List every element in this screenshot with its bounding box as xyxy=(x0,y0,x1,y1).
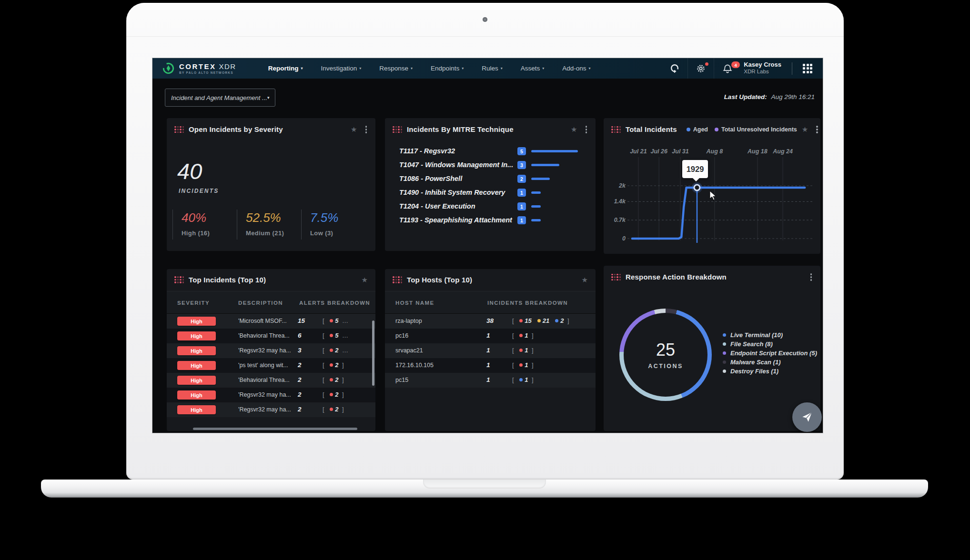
alert-count: 2 xyxy=(298,406,302,413)
mitre-row[interactable]: T1204 - User Execution1 xyxy=(385,200,596,214)
breakdown-brackets: [ 5 … xyxy=(323,332,348,339)
table-row[interactable]: srvapac211[ 1 ] xyxy=(385,343,596,358)
legend-item[interactable]: Endpoint Script Execution (5) xyxy=(723,349,817,358)
mitre-row[interactable]: T1047 - Windows Management In...3 xyxy=(385,159,596,172)
vertical-scrollbar[interactable] xyxy=(372,320,374,386)
severity-badge: High xyxy=(177,390,216,400)
alert-count: 3 xyxy=(298,347,302,354)
favorite-star-icon[interactable]: ★ xyxy=(571,126,577,133)
breakdown-dot xyxy=(330,349,333,352)
technique-label: T1047 - Windows Management In... xyxy=(399,161,513,169)
mitre-row[interactable]: T1086 - PowerShell2 xyxy=(385,172,596,186)
legend-item[interactable]: File Search (8) xyxy=(723,340,817,349)
breakdown-value: 21 xyxy=(543,317,549,324)
nav-item-label: Rules xyxy=(482,65,498,72)
hub-q-icon xyxy=(669,63,680,74)
nav-item-assets[interactable]: Assets▾ xyxy=(512,65,554,72)
dashboard-selector-dropdown[interactable]: Incident and Agent Management ... ▾ xyxy=(165,89,275,107)
breakdown-dot xyxy=(330,319,333,322)
top-hosts-table-body: rza-laptop38[ 15212 ]pc161[ 1 ]srvapac21… xyxy=(385,314,596,388)
settings-button[interactable] xyxy=(687,58,714,79)
widget-title: Top Hosts (Top 10) xyxy=(407,276,472,284)
table-row[interactable]: 172.16.10.1051[ 1 ] xyxy=(385,358,596,373)
brand-tagline: BY PALO ALTO NETWORKS xyxy=(179,71,236,74)
feedback-button[interactable] xyxy=(792,402,822,432)
nav-item-label: Add-ons xyxy=(562,65,586,72)
mitre-row[interactable]: T1193 - Spearphishing Attachment1 xyxy=(385,214,596,228)
host-name: srvapac21 xyxy=(395,347,423,354)
favorite-star-icon[interactable]: ★ xyxy=(362,276,368,283)
legend-dot xyxy=(723,360,726,364)
app-launcher-button[interactable] xyxy=(803,64,812,73)
kebab-menu-icon[interactable] xyxy=(809,272,813,282)
nav-item-reporting[interactable]: Reporting▾ xyxy=(259,65,312,72)
svg-text:Jul 26: Jul 26 xyxy=(650,148,667,155)
table-row[interactable]: High'Regsvr32 may ha...3[ 2 … xyxy=(167,343,375,358)
dashboard-selector-value: Incident and Agent Management ... xyxy=(171,94,267,101)
breakdown-dot xyxy=(519,378,523,381)
nav-item-rules[interactable]: Rules▾ xyxy=(473,65,512,72)
severity-badge: High xyxy=(177,331,216,340)
incidents-breakdown: [ 1 ] xyxy=(512,347,534,354)
response-actions-donut-chart[interactable]: 25 ACTIONS xyxy=(619,309,712,401)
svg-text:2k: 2k xyxy=(618,182,626,189)
nav-item-add-ons[interactable]: Add-ons▾ xyxy=(553,65,599,72)
cortex-xdr-logo[interactable]: CORTEX XDR BY PALO ALTO NETWORKS xyxy=(162,62,236,75)
table-row[interactable]: High'Regsvr32 may ha...2[ 2 ] xyxy=(167,402,375,417)
breakdown-value: 2 xyxy=(335,376,338,383)
mitre-row[interactable]: T1117 - Regsvr325 xyxy=(385,145,596,159)
breakdown-brackets: [ 1 ] xyxy=(512,376,534,383)
nav-item-endpoints[interactable]: Endpoints▾ xyxy=(422,65,473,72)
horizontal-scrollbar[interactable] xyxy=(193,428,357,430)
user-menu[interactable]: Kasey Cross XDR Labs xyxy=(744,61,781,75)
favorite-star-icon[interactable]: ★ xyxy=(351,126,357,133)
legend-dot xyxy=(723,351,726,355)
table-row[interactable]: High'Behavioral Threa...6[ 5 … xyxy=(167,329,375,343)
legend-item[interactable]: Destroy Files (1) xyxy=(723,367,817,376)
legend-item[interactable]: Live Terminal (10) xyxy=(723,330,817,340)
table-row[interactable]: pc161[ 1 ] xyxy=(385,329,596,343)
nav-item-investigation[interactable]: Investigation▾ xyxy=(312,65,370,72)
host-name: pc15 xyxy=(395,377,408,383)
table-row[interactable]: High'Regsvr32 may ha...2[ 2 ] xyxy=(167,388,375,402)
count-badge: 1 xyxy=(517,216,526,224)
alerts-breakdown: [ 2 … xyxy=(323,347,348,354)
nav-right-cluster: 4 Kasey Cross XDR Labs xyxy=(662,58,813,79)
svg-text:0.7k: 0.7k xyxy=(614,217,626,223)
donut-legend: Live Terminal (10)File Search (8)Endpoin… xyxy=(723,330,817,376)
svg-text:0: 0 xyxy=(622,235,626,242)
severity-stat: 7.5%Low (3) xyxy=(301,210,365,240)
kebab-menu-icon[interactable] xyxy=(585,125,588,134)
column-host-name: HOST NAME xyxy=(395,300,434,306)
laptop-bezel-seam xyxy=(126,36,844,37)
help-hub-button[interactable] xyxy=(662,58,687,79)
table-row[interactable]: High'Behavioral Threa...2[ 2 ] xyxy=(167,373,375,388)
webcam-dot xyxy=(483,17,487,22)
mitre-row[interactable]: T1490 - Inhibit System Recovery1 xyxy=(385,186,596,200)
severity-badge: High xyxy=(177,405,216,414)
kebab-menu-icon[interactable] xyxy=(364,125,368,134)
count-badge: 1 xyxy=(517,202,526,210)
incident-count: 1 xyxy=(486,361,490,369)
breakdown-dot xyxy=(555,319,558,322)
chevron-down-icon: ▾ xyxy=(301,66,303,70)
breakdown-brackets: [ 5 … xyxy=(323,317,348,324)
count-badge: 3 xyxy=(517,161,526,169)
widget-response-action-breakdown: Response Action Breakdown 25 ACTIONS Liv… xyxy=(604,266,820,431)
legend-item[interactable]: Malware Scan (1) xyxy=(723,358,817,367)
favorite-star-icon[interactable]: ★ xyxy=(582,276,588,283)
count-badge: 1 xyxy=(517,189,526,197)
table-row[interactable]: High'Microsoft MSOF...15[ 5 … xyxy=(167,314,375,329)
column-severity: SEVERITY xyxy=(177,300,210,306)
nav-item-response[interactable]: Response▾ xyxy=(370,65,422,72)
table-row[interactable]: High'ps test' along wit...2[ 2 ] xyxy=(167,358,375,373)
technique-label: T1193 - Spearphishing Attachment xyxy=(399,216,512,224)
count-badge: 2 xyxy=(517,175,526,183)
total-incidents-line-chart[interactable]: Jul 21Jul 26Jul 31Aug 8Aug 18Aug 242k1.4… xyxy=(604,118,820,254)
incident-description: 'Regsvr32 may ha... xyxy=(238,406,291,413)
incident-description: 'Regsvr32 may ha... xyxy=(238,347,291,354)
breakdown-brackets: [ 1 ] xyxy=(512,347,534,354)
table-row[interactable]: pc151[ 1 ] xyxy=(385,373,596,388)
notifications-button[interactable]: 4 xyxy=(714,58,741,79)
table-row[interactable]: rza-laptop38[ 15212 ] xyxy=(385,314,596,329)
